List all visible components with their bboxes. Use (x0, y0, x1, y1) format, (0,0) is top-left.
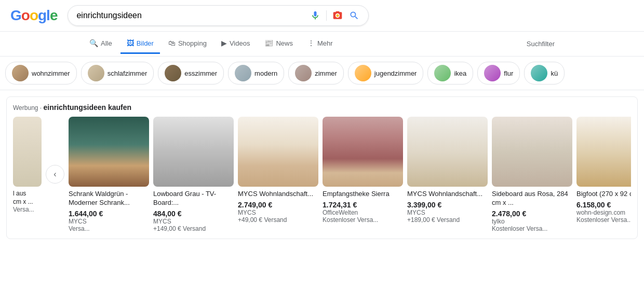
product-img-lowboard (153, 117, 234, 187)
product-card-lowboard[interactable]: Lowboard Grau - TV-Board:... 484,00 € MY… (153, 117, 234, 232)
search-submit-icon[interactable] (348, 10, 360, 21)
chip-label-flur: flur (504, 69, 513, 77)
product-img-mycs1 (238, 117, 318, 187)
filter-chips: wohnzimmer schlafzimmer esszimmer modern… (0, 57, 644, 90)
chip-esszimmer[interactable]: esszimmer (158, 62, 224, 85)
product-shipping-mycs1: +49,00 € Versand (238, 216, 318, 224)
tab-bilder-label: Bilder (137, 39, 154, 47)
product-price-bigfoot: 6.158,00 € (576, 201, 631, 209)
prev-button[interactable]: ‹ (46, 165, 64, 184)
chip-zimmer[interactable]: zimmer (288, 62, 344, 85)
chip-wohnzimmer[interactable]: wohnzimmer (5, 62, 77, 85)
chip-ku[interactable]: kü (524, 62, 565, 85)
product-price-lowboard: 484,00 € (153, 210, 234, 218)
tab-mehr[interactable]: ⋮ Mehr (301, 34, 339, 54)
product-shipping-sideboard: Kostenloser Versa... (492, 225, 572, 232)
mehr-icon: ⋮ (307, 39, 315, 47)
product-price-mycs1: 2.749,00 € (238, 201, 318, 209)
chip-schlafzimmer[interactable]: schlafzimmer (81, 62, 154, 85)
product-card-mycs1[interactable]: MYCS Wohnlandschaft... 2.749,00 € MYCS +… (238, 117, 318, 232)
product-name-empfang: Empfangstheke Sierra (323, 190, 403, 199)
chip-label-ikea: ikea (454, 69, 466, 77)
product-seller-empfang: OfficeWelten (323, 209, 403, 216)
product-price-sideboard: 2.478,00 € (492, 210, 572, 218)
product-img-sideboard (492, 117, 572, 187)
product-card-schrank[interactable]: Schrank Waldgrün - Moderner Schrank... 1… (69, 117, 149, 232)
logo-gl: gl (38, 7, 50, 24)
microphone-icon[interactable] (310, 10, 321, 21)
logo-o1: o (21, 7, 30, 24)
tab-shopping[interactable]: 🛍 Shopping (162, 34, 213, 54)
shopping-icon: 🛍 (168, 39, 176, 47)
product-shipping-schrank: Versa... (69, 225, 149, 232)
chip-jugendzimmer[interactable]: jugendzimmer (348, 62, 424, 85)
product-seller-bigfoot: wohn-design.com (576, 209, 631, 216)
chip-thumb-esszimmer (165, 65, 181, 81)
camera-icon[interactable] (332, 10, 343, 21)
suchfilter-button[interactable]: Suchfilter (520, 36, 561, 52)
tab-bilder[interactable]: 🖼 Bilder (120, 34, 160, 54)
chip-label-wohnzimmer: wohnzimmer (32, 69, 70, 77)
tab-news-label: News (276, 39, 293, 47)
tab-shopping-label: Shopping (178, 39, 207, 47)
product-card-bigfoot[interactable]: Bigfoot (270 x 92 cm) 6.158,00 € wohn-de… (576, 117, 631, 232)
alle-icon: 🔍 (89, 39, 98, 47)
tab-alle[interactable]: 🔍 Alle (83, 34, 118, 54)
product-name-bigfoot: Bigfoot (270 x 92 cm) (576, 190, 631, 199)
nav-tabs: 🔍 Alle 🖼 Bilder 🛍 Shopping ▶ Videos 📰 Ne… (0, 32, 644, 57)
chip-thumb-ku (531, 65, 547, 81)
news-icon: 📰 (264, 39, 273, 47)
product-seller-mycs2: MYCS (407, 209, 488, 216)
search-bar (68, 5, 369, 26)
product-img-mycs2 (407, 117, 488, 187)
tab-mehr-label: Mehr (317, 39, 333, 47)
chip-label-jugendzimmer: jugendzimmer (374, 69, 417, 77)
search-icons (310, 10, 360, 21)
tab-news[interactable]: 📰 News (258, 34, 299, 54)
ad-label: Werbung · (13, 104, 43, 111)
chip-label-modern: modern (254, 69, 277, 77)
product-seller-lowboard: MYCS (153, 218, 234, 225)
chip-thumb-modern (235, 65, 251, 81)
chip-thumb-wohnzimmer (12, 65, 29, 81)
product-card-empfang[interactable]: Empfangstheke Sierra 1.724,31 € OfficeWe… (323, 117, 403, 232)
product-shipping-bigfoot: Kostenloser Versa... (576, 216, 631, 224)
product-card-mycs2[interactable]: MYCS Wohnlandschaft... 3.399,00 € MYCS +… (407, 117, 488, 232)
product-shipping-empfang: Kostenloser Versa... (323, 216, 403, 224)
product-card-partial[interactable]: l auscm x ... Versa... (13, 117, 42, 232)
product-name-schrank: Schrank Waldgrün - Moderner Schrank... (69, 190, 149, 207)
header: Google (0, 0, 644, 32)
chip-thumb-ikea (434, 65, 451, 81)
tab-alle-label: Alle (101, 39, 112, 47)
products-row: l auscm x ... Versa... ‹ Schrank Waldgrü… (13, 117, 631, 232)
product-price-mycs2: 3.399,00 € (407, 201, 488, 209)
product-img-schrank (69, 117, 149, 187)
product-name-mycs2: MYCS Wohnlandschaft... (407, 190, 488, 199)
chip-label-zimmer: zimmer (315, 69, 337, 77)
chip-thumb-flur (484, 65, 501, 81)
product-name-partial: l auscm x ... (13, 190, 42, 206)
videos-icon: ▶ (221, 39, 227, 47)
product-seller-partial: Versa... (13, 206, 42, 213)
google-logo[interactable]: Google (10, 7, 57, 24)
tab-videos[interactable]: ▶ Videos (215, 34, 257, 54)
product-seller-schrank: MYCS (69, 218, 149, 225)
search-input[interactable] (76, 11, 304, 20)
chip-label-ku: kü (551, 69, 558, 77)
logo-g: G (10, 7, 21, 24)
tab-videos-label: Videos (230, 39, 250, 47)
chip-ikea[interactable]: ikea (427, 62, 473, 85)
product-seller-sideboard: tylko (492, 218, 572, 225)
bilder-icon: 🖼 (127, 39, 134, 47)
chip-thumb-zimmer (295, 65, 312, 81)
product-img-bigfoot (576, 117, 631, 187)
product-name-mycs1: MYCS Wohnlandschaft... (238, 190, 318, 199)
product-name-sideboard: Sideboard aus Rosa, 284 cm x ... (492, 190, 572, 207)
chip-modern[interactable]: modern (228, 62, 284, 85)
ad-section: Werbung · einrichtungsideen kaufen l aus… (6, 96, 638, 239)
product-seller-mycs1: MYCS (238, 209, 318, 216)
chip-flur[interactable]: flur (477, 62, 520, 85)
product-card-sideboard[interactable]: Sideboard aus Rosa, 284 cm x ... 2.478,0… (492, 117, 572, 232)
product-name-lowboard: Lowboard Grau - TV-Board:... (153, 190, 234, 207)
logo-o2: o (30, 7, 38, 24)
